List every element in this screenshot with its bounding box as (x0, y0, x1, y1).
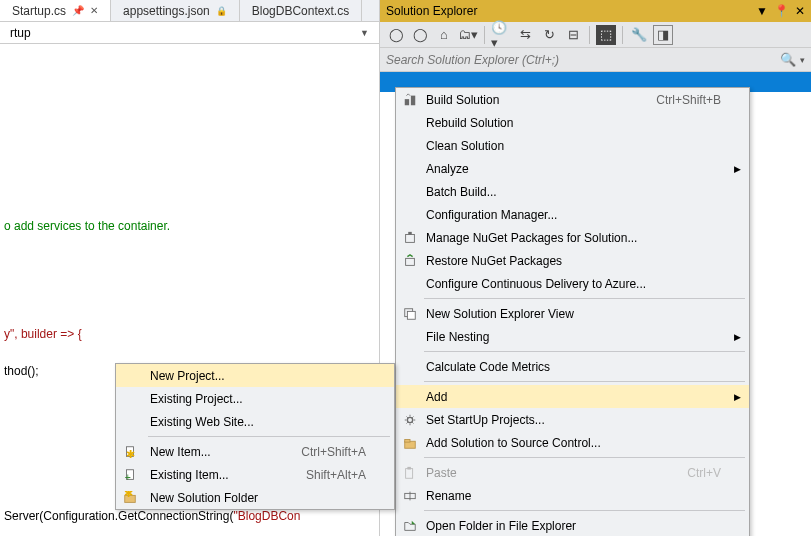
submenu-arrow-icon: ▶ (734, 164, 741, 174)
menu-item-label: Add (426, 390, 447, 404)
solution-menu-item-set-startup-projects[interactable]: Set StartUp Projects... (396, 408, 749, 431)
menu-item-shortcut: Ctrl+V (657, 466, 721, 480)
solution-search-bar[interactable]: 🔍 ▾ (380, 48, 811, 72)
code-text: y", builder => { (4, 327, 82, 341)
nav-combo[interactable]: rtup ▼ (6, 26, 373, 40)
restore-icon (402, 253, 418, 269)
solution-menu-item-rebuild-solution[interactable]: Rebuild Solution (396, 111, 749, 134)
search-input[interactable] (386, 53, 774, 67)
preview-button[interactable]: ◨ (653, 25, 673, 45)
solution-menu-item-file-nesting[interactable]: File Nesting▶ (396, 325, 749, 348)
svg-rect-6 (407, 311, 415, 319)
properties-button[interactable]: 🔧 (629, 25, 649, 45)
add-menu-item-new-item[interactable]: ✱New Item...Ctrl+Shift+A (116, 440, 394, 463)
forward-button[interactable]: ◯ (410, 25, 430, 45)
paste-icon (402, 465, 418, 481)
refresh-button[interactable]: ↻ (539, 25, 559, 45)
pin-icon[interactable]: 📍 (774, 4, 789, 18)
menu-item-label: Rename (426, 489, 471, 503)
menu-item-label: Existing Item... (150, 468, 229, 482)
build-icon (402, 92, 418, 108)
menu-separator (424, 351, 745, 352)
solution-explorer-header[interactable]: Solution Explorer ▼ 📍 ✕ (380, 0, 811, 22)
rename-icon (402, 488, 418, 504)
solution-menu-item-clean-solution[interactable]: Clean Solution (396, 134, 749, 157)
code-text: "BlogDBCon (233, 509, 300, 523)
newitem-icon: ✱ (122, 444, 138, 460)
menu-item-label: Add Solution to Source Control... (426, 436, 601, 450)
chevron-down-icon[interactable]: ▾ (798, 55, 805, 65)
add-menu-item-new-solution-folder[interactable]: ✱New Solution Folder (116, 486, 394, 509)
pending-changes-button[interactable]: 🕓▾ (491, 25, 511, 45)
submenu-arrow-icon: ▶ (734, 392, 741, 402)
solution-menu-item-batch-build[interactable]: Batch Build... (396, 180, 749, 203)
lock-icon: 🔒 (216, 6, 227, 16)
sync-active-button[interactable]: ⇆ (515, 25, 535, 45)
menu-item-shortcut: Shift+Alt+A (276, 468, 366, 482)
menu-separator (148, 436, 390, 437)
gear-icon (402, 412, 418, 428)
menu-item-label: New Solution Folder (150, 491, 258, 505)
show-all-button[interactable]: ⬚ (596, 25, 616, 45)
solution-menu-item-configure-continuous-delivery-to-azure[interactable]: Configure Continuous Delivery to Azure..… (396, 272, 749, 295)
menu-item-label: Existing Project... (150, 392, 243, 406)
svg-rect-0 (405, 99, 409, 105)
add-menu-item-existing-project[interactable]: Existing Project... (116, 387, 394, 410)
solution-menu-item-configuration-manager[interactable]: Configuration Manager... (396, 203, 749, 226)
home-button[interactable]: ⌂ (434, 25, 454, 45)
back-button[interactable]: ◯ (386, 25, 406, 45)
svg-text:+: + (125, 471, 131, 482)
menu-item-label: File Nesting (426, 330, 489, 344)
menu-item-label: Calculate Code Metrics (426, 360, 550, 374)
pin-icon[interactable]: 📌 (72, 5, 84, 16)
close-icon[interactable]: ✕ (795, 4, 805, 18)
svg-rect-2 (406, 234, 415, 242)
collapse-button[interactable]: ⊟ (563, 25, 583, 45)
solution-menu-item-calculate-code-metrics[interactable]: Calculate Code Metrics (396, 355, 749, 378)
menu-item-label: Analyze (426, 162, 469, 176)
tab-blogdbcontext[interactable]: BlogDBContext.cs (240, 0, 362, 21)
tab-label: Startup.cs (12, 4, 66, 18)
menu-item-label: Build Solution (426, 93, 499, 107)
add-menu-item-existing-web-site[interactable]: Existing Web Site... (116, 410, 394, 433)
solution-context-menu: Build SolutionCtrl+Shift+BRebuild Soluti… (395, 87, 750, 536)
folder-icon (402, 518, 418, 534)
menu-item-label: Configuration Manager... (426, 208, 557, 222)
solution-menu-item-manage-nuget-packages-for-solution[interactable]: Manage NuGet Packages for Solution... (396, 226, 749, 249)
menu-item-shortcut: Ctrl+Shift+A (271, 445, 366, 459)
solution-menu-item-analyze[interactable]: Analyze▶ (396, 157, 749, 180)
solution-menu-item-restore-nuget-packages[interactable]: Restore NuGet Packages (396, 249, 749, 272)
sync-button[interactable]: 🗂▾ (458, 25, 478, 45)
search-icon[interactable]: 🔍 (774, 52, 798, 67)
code-text: Server(Configuration.GetConnectionString… (4, 509, 233, 523)
close-icon[interactable]: ✕ (90, 5, 98, 16)
svg-text:✱: ✱ (126, 448, 135, 459)
svg-text:✱: ✱ (124, 491, 133, 499)
newview-icon (402, 306, 418, 322)
tab-label: appsettings.json (123, 4, 210, 18)
solution-menu-item-add-solution-to-source-control[interactable]: Add Solution to Source Control... (396, 431, 749, 454)
solution-menu-item-open-folder-in-file-explorer[interactable]: Open Folder in File Explorer (396, 514, 749, 536)
add-menu-item-new-project[interactable]: New Project... (116, 364, 394, 387)
tab-appsettings[interactable]: appsettings.json 🔒 (111, 0, 240, 21)
solution-menu-item-add[interactable]: Add▶ (396, 385, 749, 408)
svg-point-7 (407, 417, 412, 422)
solution-menu-item-build-solution[interactable]: Build SolutionCtrl+Shift+B (396, 88, 749, 111)
tab-label: BlogDBContext.cs (252, 4, 349, 18)
tab-startup[interactable]: Startup.cs 📌 ✕ (0, 0, 111, 21)
svg-rect-1 (411, 95, 415, 105)
menu-item-label: New Project... (150, 369, 225, 383)
menu-separator (424, 381, 745, 382)
menu-separator (424, 510, 745, 511)
add-menu-item-existing-item[interactable]: +Existing Item...Shift+Alt+A (116, 463, 394, 486)
menu-item-label: Set StartUp Projects... (426, 413, 545, 427)
dropdown-icon[interactable]: ▼ (756, 4, 768, 18)
solution-menu-item-rename[interactable]: Rename (396, 484, 749, 507)
solution-explorer-toolbar: ◯ ◯ ⌂ 🗂▾ 🕓▾ ⇆ ↻ ⊟ ⬚ 🔧 ◨ (380, 22, 811, 48)
nuget-icon (402, 230, 418, 246)
menu-item-label: Clean Solution (426, 139, 504, 153)
solution-menu-item-new-solution-explorer-view[interactable]: New Solution Explorer View (396, 302, 749, 325)
menu-item-label: Manage NuGet Packages for Solution... (426, 231, 637, 245)
nav-bar: rtup ▼ (0, 22, 379, 44)
add-submenu: New Project...Existing Project...Existin… (115, 363, 395, 510)
